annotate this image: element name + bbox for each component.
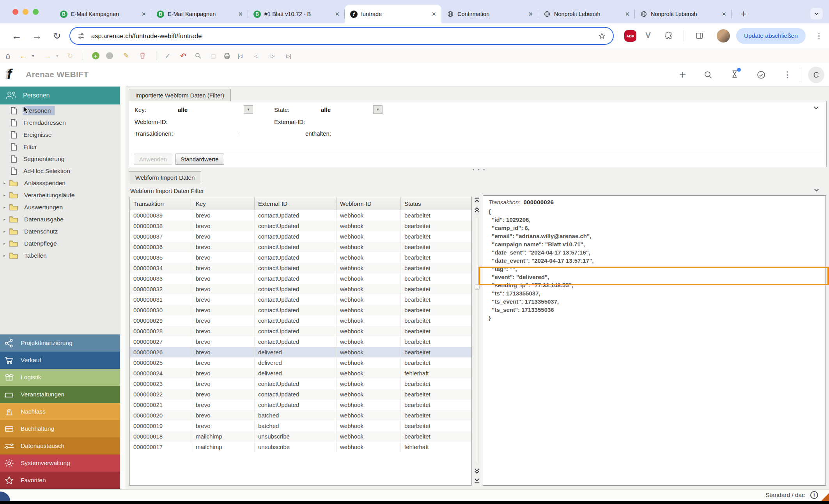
v-extension-icon[interactable]: V (645, 30, 651, 40)
table-row[interactable]: 000000038 brevo contactUpdated webhook b… (130, 221, 471, 231)
table-row[interactable]: 000000029 brevo contactUpdated webhook b… (130, 315, 471, 326)
add-icon[interactable]: + (679, 68, 686, 81)
sidebar-section[interactable]: Verkauf (0, 352, 120, 369)
duplicate-record-icon[interactable] (106, 52, 113, 59)
reload-icon[interactable]: ↻ (53, 30, 61, 41)
browser-tab[interactable]: B E-Mail Kampagnen × (55, 5, 151, 23)
first-record-icon[interactable]: |◁ (238, 53, 242, 58)
confirm-icon[interactable]: ✓ (165, 51, 171, 60)
sidebar-folder-item[interactable]: ▸ Anlassspenden (0, 177, 120, 189)
sidebar-page-item[interactable]: Ereignisse (0, 129, 120, 141)
undo-icon[interactable]: ↶ (180, 51, 186, 60)
sidebar-section[interactable]: Veranstaltungen (0, 386, 120, 403)
table-row[interactable]: 000000036 brevo contactUpdated webhook b… (130, 242, 471, 252)
more-options-icon[interactable]: ⋮ (783, 70, 792, 80)
table-row[interactable]: 000000032 brevo contactUpdated webhook b… (130, 284, 471, 294)
table-row[interactable]: 000000037 brevo contactUpdated webhook b… (130, 231, 471, 242)
close-window-button[interactable] (12, 9, 18, 15)
history-forward-icon[interactable]: → (44, 51, 51, 60)
sidebar-folder-item[interactable]: ▸ Auswertungen (0, 201, 120, 213)
sidebar-section[interactable]: Systemverwaltung (0, 454, 120, 472)
column-header[interactable]: Key (192, 197, 255, 210)
next-record-icon[interactable]: ▷ (271, 53, 274, 58)
page-down-icon[interactable] (473, 468, 481, 476)
expand-caret-icon[interactable]: ▸ (4, 181, 5, 185)
table-row[interactable]: 000000025 brevo delivered webhook bearbe… (130, 357, 471, 368)
sidebar-folder-item[interactable]: ▸ Verarbeitungsläufe (0, 189, 120, 201)
sidebar-folder-item[interactable]: ▸ Tabellen (0, 249, 120, 262)
tune-icon[interactable] (77, 32, 85, 40)
key-dropdown-icon[interactable]: ▼ (244, 105, 253, 114)
sidebar-page-item[interactable]: Ad-Hoc Selektion (0, 165, 120, 177)
browser-tab[interactable]: Confirmation × (441, 5, 538, 23)
home-icon[interactable]: ⌂ (5, 51, 11, 60)
extensions-puzzle-icon[interactable] (664, 31, 673, 40)
expand-caret-icon[interactable]: ▸ (4, 193, 5, 197)
column-header[interactable]: Webform-ID (337, 197, 401, 210)
expand-caret-icon[interactable]: ▸ (4, 229, 5, 233)
last-record-icon[interactable]: ▷| (286, 53, 291, 58)
user-avatar[interactable]: C (808, 67, 824, 83)
info-icon[interactable]: i (810, 491, 818, 499)
sidebar-page-item[interactable]: Filter (0, 141, 120, 153)
tab-close-icon[interactable]: × (140, 10, 147, 18)
back-dropdown-icon[interactable]: ▾ (32, 53, 34, 58)
browser-tab[interactable]: f funtrade × (345, 5, 441, 23)
state-value[interactable]: alle (321, 106, 331, 113)
table-row[interactable]: 000000033 brevo contactUpdated webhook b… (130, 273, 471, 284)
minimize-window-button[interactable] (23, 9, 28, 15)
table-row[interactable]: 000000023 brevo contactUpdated webhook b… (130, 378, 471, 389)
apply-button[interactable]: Anwenden (134, 154, 172, 165)
column-header[interactable]: External-ID (255, 197, 337, 210)
sidebar-page-item[interactable]: Fremdadressen (0, 117, 120, 129)
zoom-window-button[interactable] (33, 9, 39, 15)
sidebar-section[interactable]: Favoriten (0, 472, 120, 489)
side-panel-icon[interactable] (695, 31, 704, 40)
import-panel-tab[interactable]: Webform Import-Daten (129, 171, 201, 184)
sidebar-page-item[interactable]: Personen (0, 104, 120, 117)
sidebar-section[interactable]: Nachlass (0, 403, 120, 420)
profile-avatar[interactable] (717, 29, 730, 42)
table-row[interactable]: 000000026 brevo delivered webhook bearbe… (130, 347, 471, 357)
adblock-extension-icon[interactable]: ABP (624, 30, 636, 42)
forward-dropdown-icon[interactable]: ▾ (56, 53, 58, 58)
sidebar-folder-item[interactable]: ▸ Datenpflege (0, 237, 120, 249)
new-tab-button[interactable]: + (737, 7, 750, 20)
sidebar-scrollbar[interactable] (120, 87, 126, 489)
key-value[interactable]: alle (178, 106, 188, 113)
sidebar-section[interactable]: Logistik (0, 369, 120, 386)
tab-close-icon[interactable]: × (237, 10, 244, 18)
sidebar-folder-item[interactable]: ▸ Datenschutz (0, 225, 120, 237)
sidebar-group-personen[interactable]: Personen (0, 87, 120, 104)
browser-menu-icon[interactable]: ⋮ (815, 31, 823, 41)
url-text[interactable]: asp.arenae.ch/funtrade-webift/funtrade (91, 32, 598, 40)
table-row[interactable]: 000000028 brevo contactUpdated webhook b… (130, 326, 471, 336)
scroll-to-top-icon[interactable] (473, 197, 481, 205)
sidebar-section[interactable]: Datenaustausch (0, 437, 120, 454)
collapse-panel-icon[interactable] (813, 187, 820, 193)
collapse-panel-icon[interactable] (813, 104, 819, 111)
table-row[interactable]: 000000018 mailchimp unsubscribe webhook … (130, 431, 471, 442)
pending-tasks-hourglass-icon[interactable] (730, 69, 739, 80)
add-record-icon[interactable]: + (92, 52, 99, 59)
table-row[interactable]: 000000039 brevo contactUpdated webhook b… (130, 210, 471, 221)
state-dropdown-icon[interactable]: ▼ (373, 105, 383, 114)
edit-record-icon[interactable]: ✎ (123, 51, 129, 60)
sidebar-section[interactable]: Projektfinanzierung (0, 334, 120, 352)
scrollbar-track[interactable] (476, 217, 479, 464)
table-row[interactable]: 000000022 brevo contactUpdated webhook b… (130, 389, 471, 400)
search-record-icon[interactable] (195, 53, 201, 59)
browser-tab[interactable]: B #1 Blatt v10.72 - B × (248, 5, 345, 23)
column-header[interactable]: Transaktion (130, 197, 192, 210)
table-row[interactable]: 000000034 brevo contactUpdated webhook b… (130, 263, 471, 273)
table-row[interactable]: 000000035 brevo contactUpdated webhook b… (130, 252, 471, 263)
back-icon[interactable]: ← (12, 30, 22, 42)
history-back-icon[interactable]: ← (19, 51, 27, 60)
refresh-icon[interactable]: ↻ (67, 51, 73, 60)
sidebar-page-item[interactable]: Segmentierung (0, 153, 120, 165)
tab-search-button[interactable] (810, 8, 823, 19)
expand-caret-icon[interactable]: ▸ (4, 217, 5, 221)
tab-close-icon[interactable]: × (624, 10, 631, 18)
search-icon[interactable] (703, 70, 713, 80)
sidebar-folder-item[interactable]: ▸ Datenausgabe (0, 213, 120, 225)
